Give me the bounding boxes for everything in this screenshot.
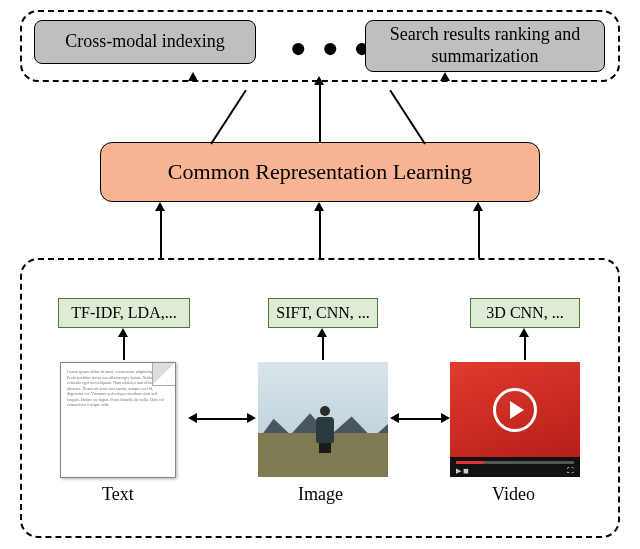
arrowhead-up-icon [473,202,483,211]
arrowhead-up-icon [317,328,327,337]
arrow-image-video [398,418,442,420]
arrowhead-up-icon [314,76,324,85]
arrowhead-up-icon [519,328,529,337]
video-caption: Video [492,484,535,505]
play-icon [493,388,537,432]
arrow-image-to-crl [319,210,321,258]
arrow-text-image [196,418,248,420]
arrow-text-to-crl [160,210,162,258]
arrowhead-left-icon [390,413,399,423]
arrowhead-up-icon [118,328,128,337]
image-features-box: SIFT, CNN, ... [268,298,378,328]
image-caption: Image [298,484,343,505]
ellipsis-icon: ● ● ● [290,32,375,64]
arrowhead-left-icon [188,413,197,423]
arrowhead-right-icon [441,413,450,423]
cross-modal-indexing-box: Cross-modal indexing [34,20,256,64]
video-thumbnail-icon: ▶ ◼⛶ [450,362,580,462]
arrow-imagemedia-to-feat [322,336,324,360]
video-features-label: 3D CNN, ... [486,304,563,322]
arrow-textmedia-to-feat [123,336,125,360]
common-representation-learning-box: Common Representation Learning [100,142,540,202]
arrow-video-to-crl [478,210,480,258]
crl-label: Common Representation Learning [168,159,472,185]
arrowhead-up-icon [314,202,324,211]
arrow-crl-to-middle [319,84,321,142]
arrow-videomedia-to-feat [524,336,526,360]
image-thumbnail-icon [258,362,388,462]
arrow-crl-to-ranking [389,90,426,145]
cross-modal-indexing-label: Cross-modal indexing [65,31,225,53]
text-document-icon: Lorem ipsum dolor sit amet, consectetur … [60,362,190,462]
text-features-box: TF-IDF, LDA,... [58,298,190,328]
video-features-box: 3D CNN, ... [470,298,580,328]
text-features-label: TF-IDF, LDA,... [71,304,176,322]
arrowhead-up-icon [440,72,450,81]
arrow-crl-to-indexing [210,90,247,145]
arrowhead-right-icon [247,413,256,423]
search-ranking-label: Search results ranking and summarization [374,24,596,67]
search-ranking-box: Search results ranking and summarization [365,20,605,72]
arrowhead-up-icon [155,202,165,211]
arrowhead-up-icon [188,72,198,81]
image-features-label: SIFT, CNN, ... [276,304,370,322]
text-caption: Text [102,484,134,505]
